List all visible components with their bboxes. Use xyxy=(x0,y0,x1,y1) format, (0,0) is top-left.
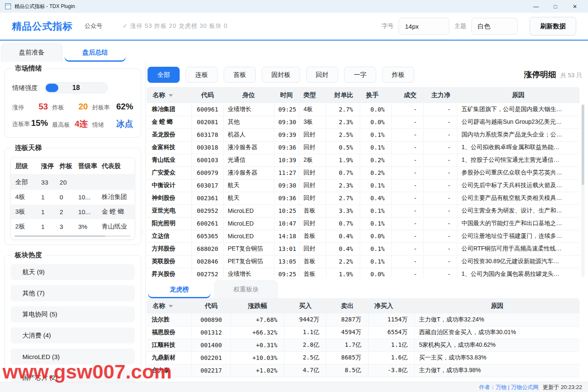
limitup-count: 共 53 只 xyxy=(561,72,582,79)
cell-volume: - xyxy=(392,141,424,154)
cell-seal-ratio: 0.4% xyxy=(326,230,360,242)
limitup-row[interactable]: 金 螳 螂 002081 其他 09:30 3板 2.3% 0.0% - - 公… xyxy=(147,116,580,128)
theme-input[interactable] xyxy=(471,18,518,35)
cell-seal-ratio: 0.4% xyxy=(326,242,360,255)
cell-reason: 1、控股子公司恒宝通光主营光通信… xyxy=(457,154,580,166)
bottom-tab[interactable]: 权重板块 xyxy=(214,280,278,298)
limitup-row[interactable]: 圣龙股份 603178 机器人 09:39 回封 2.5% 0.1% - - 国… xyxy=(147,128,580,141)
limitup-row[interactable]: 方邦股份 688020 PET复合铜箔 13:01 回封 0.4% 0.1% -… xyxy=(147,242,580,255)
col-time[interactable]: 时间 xyxy=(274,87,299,103)
metric-label: 炸板 xyxy=(52,104,64,112)
tab[interactable]: 盘后总结 xyxy=(64,43,126,62)
cell-role: MicroLED xyxy=(223,204,274,217)
col-type[interactable]: 类型 xyxy=(299,87,326,103)
sort-icon xyxy=(169,305,173,308)
close-icon[interactable]: ✕ xyxy=(565,0,585,13)
sector-item[interactable]: 大消费 (4) xyxy=(11,327,135,343)
dragon-tiger-row[interactable]: 法尔胜 000890 +7.68% 9442万 8287万 1154万 主力做T… xyxy=(147,313,580,326)
cell-code: 001400 xyxy=(191,339,230,351)
panel-resize-handle[interactable]: ⋮ xyxy=(140,231,145,233)
dragon-tiger-row[interactable]: 九鼎新材 002201 +10.03% 2.5亿 8685万 1.6亿 买一主买… xyxy=(147,351,580,364)
filter-button[interactable]: 固封板 xyxy=(262,67,300,83)
col-main-net[interactable]: 主力净 xyxy=(423,87,457,103)
col-net-buy[interactable]: 净买入 xyxy=(368,298,415,313)
limitup-row[interactable]: 神剑股份 002361 航天 09:36 回封 2.7% 0.4% - - 公司… xyxy=(147,192,580,204)
cell-code: 003018 xyxy=(191,141,223,154)
col-buy[interactable]: 买入 xyxy=(284,298,326,313)
cell-type: 回封 xyxy=(299,179,326,192)
limitup-row[interactable]: 青山纸业 600103 光通信 10:39 2板 1.9% 0.2% - - 1… xyxy=(147,154,580,166)
col-role[interactable]: 身位 xyxy=(223,87,274,103)
col-volume[interactable]: 成交 xyxy=(392,87,424,103)
dragon-tiger-row[interactable]: 福恩股份 001312 +66.32% 1.1亿 4594万 6554万 西藏自… xyxy=(147,326,580,339)
sector-item[interactable]: 算电协同 (5) xyxy=(11,306,135,322)
bottom-tab[interactable]: 龙虎榜 xyxy=(148,280,211,298)
ladder-row[interactable]: 全部 33 20 xyxy=(11,175,134,190)
cell-code: 002952 xyxy=(191,204,223,217)
limitup-row[interactable]: 金富科技 003018 液冷服务器 09:36 回封 0.5% 0.1% - -… xyxy=(147,141,580,154)
dragon-tiger-row[interactable]: 合力泰 002217 +1.02% 4.7亿 8.5亿 -3.8亿 主力做T，成… xyxy=(147,364,580,377)
cell-reason: 1、公司为国内金属包装易拉罐龙头… xyxy=(457,268,580,278)
col-sell[interactable]: 卖出 xyxy=(326,298,368,313)
slider-handle[interactable] xyxy=(46,84,58,92)
filter-button[interactable]: 首板 xyxy=(224,67,256,83)
ladder-row[interactable]: 2板 1 3 3% 青山纸业 xyxy=(11,219,134,234)
sector-item[interactable]: 航天 (9) xyxy=(11,264,135,280)
filter-button[interactable]: 全部 xyxy=(148,67,180,83)
limitup-row[interactable]: 阳光照明 600261 MicroLED 10:47 回封 0.7% 0.1% … xyxy=(147,217,580,230)
limitup-row[interactable]: 广安爱众 600979 液冷服务器 11:27 回封 0.7% 0.2% - -… xyxy=(147,166,580,179)
col-name-label: 名称 xyxy=(153,91,165,98)
filter-button[interactable]: 连板 xyxy=(186,67,218,83)
col-name[interactable]: 名称 xyxy=(147,298,191,313)
font-size-input[interactable] xyxy=(399,18,449,35)
cell-main-net: - xyxy=(423,217,457,230)
cell-reason: 国内动力系统泵类产品龙头企业；公… xyxy=(457,128,580,141)
filter-button[interactable]: 炸板 xyxy=(382,67,414,83)
sentiment-strength-slider[interactable]: 18 xyxy=(44,82,108,93)
minimize-icon[interactable]: — xyxy=(526,0,546,13)
limitup-row[interactable]: 中衡设计 603017 航天 09:30 回封 2.3% 0.1% - - 公司… xyxy=(147,179,580,192)
col-change[interactable]: 涨跌幅 xyxy=(231,298,284,313)
limitup-row[interactable]: 英联股份 002846 PET复合铜箔 13:05 首板 2.2% 0.1% -… xyxy=(147,255,580,268)
content: 市场情绪 情绪强度 18 涨停 53 xyxy=(0,62,588,382)
filter-button[interactable]: 一字 xyxy=(344,67,376,83)
col-reason[interactable]: 原因 xyxy=(415,298,580,313)
col-code[interactable]: 代码 xyxy=(191,87,223,103)
refresh-data-button[interactable]: 刷新数据 xyxy=(530,17,576,35)
limitup-vertical-scrollbar[interactable] xyxy=(581,104,585,277)
limitup-title: 涨停明细 xyxy=(524,69,556,80)
sector-item[interactable]: 其他 (7) xyxy=(11,285,135,301)
limitup-row[interactable]: 株冶集团 600961 业绩增长 09:25 4板 2.7% 0.0% - - … xyxy=(147,103,580,116)
ladder-horizontal-scrollbar[interactable] xyxy=(14,235,131,237)
col-name[interactable]: 名称 xyxy=(147,87,191,103)
limitup-row[interactable]: 昇兴股份 002752 业绩增长 09:25 首板 1.9% 0.0% - - … xyxy=(147,268,580,278)
maximize-icon[interactable]: □ xyxy=(546,0,565,13)
col-reason[interactable]: 原因 xyxy=(457,87,580,103)
col-turnover[interactable]: 换手 xyxy=(360,87,392,103)
dragon-tiger-row[interactable]: 江顺科技 001400 +0.31% 2.8亿 1.7亿 1.1亿 5家机构买入… xyxy=(147,339,580,351)
filter-button[interactable]: 回封 xyxy=(306,67,338,83)
cell-name: 福恩股份 xyxy=(147,326,191,339)
sentiment-metric: 涨停 53 xyxy=(12,102,48,112)
author-link[interactable]: 作者：万物 | 万物公式网 xyxy=(479,384,539,391)
cell-code: 600961 xyxy=(191,103,223,116)
limitup-row[interactable]: 亚世光电 002952 MicroLED 10:25 首板 3.3% 0.1% … xyxy=(147,204,580,217)
cell-change: +66.32% xyxy=(231,326,284,339)
metric-label: 连板率 xyxy=(12,120,30,128)
tab[interactable]: 盘前准备 xyxy=(1,43,63,62)
cell-turnover: 0.2% xyxy=(360,166,392,179)
col-seal-ratio[interactable]: 封单比 xyxy=(326,87,360,103)
scrollbar-thumb[interactable] xyxy=(14,235,105,237)
ladder-row[interactable]: 4板 1 0 10... 株冶集团 xyxy=(11,190,134,204)
cell-type: 首板 xyxy=(299,268,326,278)
scrollbar-thumb[interactable] xyxy=(582,105,584,185)
ladder-row[interactable]: 3板 1 2 10... 金 螳 螂 xyxy=(11,204,134,219)
limitup-row[interactable]: 立达信 605365 MicroLED 14:18 首板 0.4% 0.0% -… xyxy=(147,230,580,242)
col-code[interactable]: 代码 xyxy=(191,298,230,313)
sector-item[interactable]: MicroLED (3) xyxy=(11,348,135,365)
app-icon xyxy=(5,3,11,9)
ladder-cell-stock xyxy=(97,175,134,190)
cell-time: 09:36 xyxy=(274,192,299,204)
sector-item[interactable]: 国产芯片 (2) xyxy=(11,370,135,382)
cell-code: 600261 xyxy=(191,217,223,230)
